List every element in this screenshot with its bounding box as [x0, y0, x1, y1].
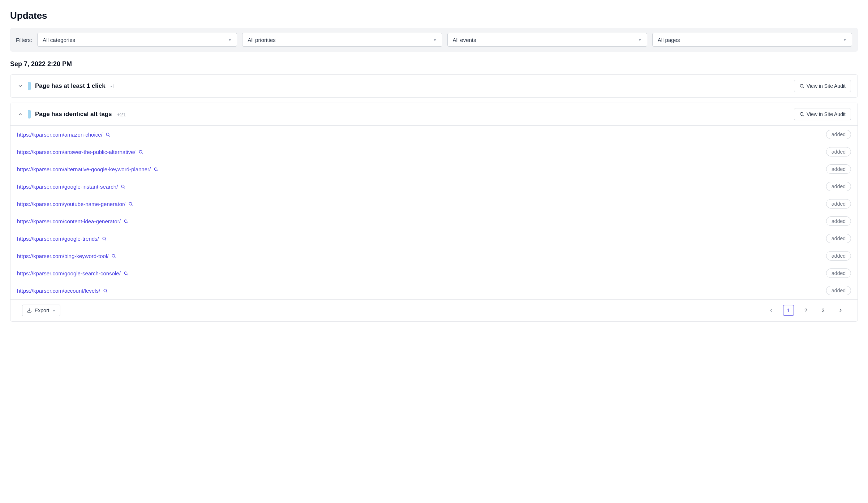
url-link[interactable]: https://kparser.com/answer-the-public-al… [17, 149, 136, 155]
svg-line-13 [132, 205, 132, 206]
status-badge: added [826, 234, 851, 243]
update-group: Page has identical alt tags +21 View in … [10, 103, 858, 322]
svg-line-23 [106, 292, 107, 292]
search-icon[interactable] [111, 254, 116, 258]
search-icon [799, 112, 804, 117]
filter-categories-select[interactable]: All categories ▼ [37, 33, 237, 47]
status-badge: added [826, 216, 851, 226]
update-group-delta: -1 [111, 83, 115, 89]
view-button-label: View in Site Audit [807, 83, 846, 89]
pagination-page-button[interactable]: 3 [818, 305, 829, 316]
status-badge: added [826, 182, 851, 191]
filter-pages-value: All pages [658, 37, 680, 43]
page-title: Updates [10, 10, 858, 21]
svg-line-17 [105, 240, 106, 240]
caret-down-icon: ▼ [638, 38, 642, 42]
view-button-label: View in Site Audit [807, 111, 846, 117]
pagination-prev-button[interactable] [766, 305, 777, 316]
url-link[interactable]: https://kparser.com/account/levels/ [17, 288, 100, 294]
url-row: https://kparser.com/amazon-choice/added [10, 126, 858, 143]
filter-priorities-value: All priorities [248, 37, 276, 43]
pagination-page-button[interactable]: 2 [800, 305, 811, 316]
filters-label: Filters: [16, 37, 32, 43]
url-row: https://kparser.com/answer-the-public-al… [10, 143, 858, 160]
svg-line-7 [142, 153, 142, 154]
timestamp: Sep 7, 2022 2:20 PM [10, 60, 858, 68]
url-row: https://kparser.com/content-idea-generat… [10, 212, 858, 230]
filters-bar: Filters: All categories ▼ All priorities… [10, 28, 858, 52]
svg-line-21 [127, 274, 128, 275]
search-icon[interactable] [124, 271, 128, 276]
search-icon [799, 83, 804, 89]
url-link[interactable]: https://kparser.com/google-search-consol… [17, 270, 121, 276]
svg-line-5 [109, 136, 109, 136]
url-link[interactable]: https://kparser.com/google-trends/ [17, 236, 99, 242]
url-link[interactable]: https://kparser.com/bing-keyword-tool/ [17, 253, 108, 259]
caret-down-icon: ▼ [52, 309, 56, 313]
search-icon[interactable] [102, 236, 107, 241]
url-row: https://kparser.com/account/levels/added [10, 282, 858, 299]
url-link[interactable]: https://kparser.com/alternative-google-k… [17, 166, 151, 172]
filter-categories-value: All categories [43, 37, 75, 43]
status-badge: added [826, 268, 851, 278]
svg-line-11 [124, 188, 125, 188]
filter-events-value: All events [453, 37, 476, 43]
search-icon[interactable] [124, 219, 128, 224]
pagination-page-button[interactable]: 1 [783, 305, 794, 316]
url-row: https://kparser.com/alternative-google-k… [10, 160, 858, 178]
url-link[interactable]: https://kparser.com/youtube-name-generat… [17, 201, 125, 207]
url-row: https://kparser.com/google-search-consol… [10, 265, 858, 282]
update-group-header[interactable]: Page has at least 1 click -1 View in Sit… [10, 75, 858, 97]
search-icon[interactable] [121, 184, 125, 189]
view-in-site-audit-button[interactable]: View in Site Audit [794, 108, 851, 120]
url-link[interactable]: https://kparser.com/amazon-choice/ [17, 132, 103, 138]
search-icon[interactable] [103, 288, 108, 293]
update-group-header[interactable]: Page has identical alt tags +21 View in … [10, 103, 858, 125]
caret-down-icon: ▼ [228, 38, 232, 42]
update-group-body: https://kparser.com/amazon-choice/addedh… [10, 125, 858, 299]
search-icon[interactable] [128, 202, 133, 206]
status-badge: added [826, 199, 851, 208]
url-row: https://kparser.com/bing-keyword-tool/ad… [10, 247, 858, 265]
pagination-next-button[interactable] [835, 305, 846, 316]
caret-down-icon: ▼ [433, 38, 437, 42]
status-badge: added [826, 147, 851, 156]
chevron-down-icon[interactable] [17, 83, 23, 89]
svg-line-3 [803, 115, 804, 116]
url-row: https://kparser.com/google-instant-searc… [10, 178, 858, 195]
svg-line-1 [803, 87, 804, 88]
url-link[interactable]: https://kparser.com/google-instant-searc… [17, 184, 118, 190]
status-badge: added [826, 164, 851, 174]
chevron-up-icon[interactable] [17, 111, 23, 117]
svg-line-15 [127, 222, 128, 223]
update-group-footer: Export ▼ 123 [10, 299, 858, 321]
filter-priorities-select[interactable]: All priorities ▼ [242, 33, 442, 47]
url-row: https://kparser.com/youtube-name-generat… [10, 195, 858, 212]
status-badge: added [826, 130, 851, 139]
priority-badge [28, 110, 31, 119]
update-group: Page has at least 1 click -1 View in Sit… [10, 74, 858, 98]
export-button[interactable]: Export ▼ [22, 305, 60, 316]
caret-down-icon: ▼ [843, 38, 847, 42]
svg-line-19 [115, 257, 115, 258]
filter-pages-select[interactable]: All pages ▼ [652, 33, 852, 47]
url-row: https://kparser.com/google-trends/added [10, 230, 858, 247]
pagination: 123 [766, 305, 846, 316]
export-label: Export [35, 308, 49, 313]
priority-badge [28, 82, 31, 90]
filter-events-select[interactable]: All events ▼ [447, 33, 647, 47]
view-in-site-audit-button[interactable]: View in Site Audit [794, 80, 851, 92]
status-badge: added [826, 286, 851, 295]
update-group-title: Page has at least 1 click [35, 82, 106, 90]
url-link[interactable]: https://kparser.com/content-idea-generat… [17, 218, 121, 224]
search-icon[interactable] [138, 150, 143, 154]
update-group-title: Page has identical alt tags [35, 111, 112, 118]
search-icon[interactable] [154, 167, 158, 172]
update-group-delta: +21 [117, 111, 126, 117]
svg-line-9 [157, 170, 158, 171]
search-icon[interactable] [106, 132, 110, 137]
download-icon [27, 308, 32, 313]
status-badge: added [826, 251, 851, 261]
